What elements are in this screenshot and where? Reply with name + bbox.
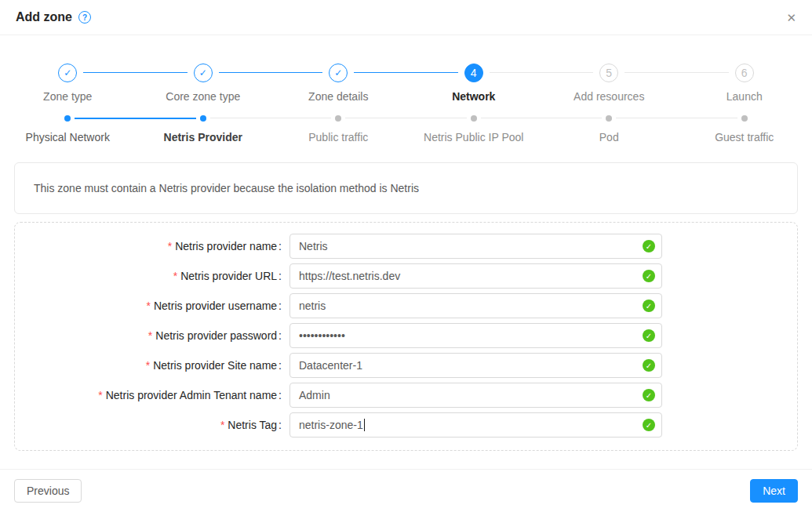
field-colon: : (279, 300, 282, 312)
field-colon: : (279, 389, 282, 401)
step-launch: 6Launch (677, 64, 812, 103)
substep-connector (406, 118, 467, 118)
info-box: This zone must contain a Netris provider… (14, 162, 798, 214)
input-netris-tag[interactable]: netris-zone-1✓ (289, 412, 662, 438)
step-label: Network (452, 90, 495, 103)
input-wrapper: Admin✓ (289, 383, 662, 408)
step-label: Core zone type (166, 90, 240, 103)
input-netris-provider-username[interactable]: netris✓ (289, 293, 662, 318)
valid-check-icon: ✓ (643, 359, 655, 372)
input-netris-provider-site-name[interactable]: Datacenter-1✓ (289, 353, 662, 378)
field-label-text: Netris provider username (154, 300, 277, 312)
previous-button[interactable]: Previous (14, 479, 82, 503)
field-label: *Netris provider URL: (15, 270, 282, 282)
field-label-text: Netris provider Site name (153, 359, 277, 372)
valid-check-icon: ✓ (643, 240, 655, 252)
help-icon[interactable]: ? (78, 11, 91, 24)
substep-label: Guest traffic (715, 131, 774, 143)
input-value: Admin (299, 389, 330, 401)
substep-label: Physical Network (26, 131, 110, 143)
next-button[interactable]: Next (750, 479, 798, 503)
field-label: *Netris provider name: (15, 240, 282, 252)
required-asterisk: * (146, 300, 150, 312)
form-row-netris-provider-password: *Netris provider password:••••••••••••✓ (15, 323, 797, 348)
substep-connector (481, 118, 541, 118)
required-asterisk: * (220, 419, 224, 431)
form-row-netris-tag: *Netris Tag:netris-zone-1✓ (15, 412, 797, 438)
input-value: netris (299, 300, 326, 312)
substep-dot (200, 115, 206, 122)
step-number: 5 (599, 64, 618, 82)
field-label: *Netris provider password: (15, 329, 282, 342)
step-connector (541, 72, 593, 73)
input-value: •••••••••••• (299, 329, 345, 342)
form-row-netris-provider-admin-tenant-name: *Netris provider Admin Tenant name:Admin… (15, 383, 797, 408)
valid-check-icon: ✓ (643, 419, 655, 431)
field-label: *Netris Tag: (15, 419, 282, 431)
substep-connector (210, 118, 271, 118)
step-number: 4 (464, 64, 483, 82)
step-connector (354, 72, 406, 73)
field-colon: : (279, 240, 282, 252)
step-network: 4Network (406, 64, 542, 103)
step-label: Add resources (573, 90, 644, 103)
close-icon[interactable]: ✕ (786, 12, 796, 24)
input-netris-provider-url[interactable]: https://test.netris.dev✓ (289, 263, 662, 289)
form-row-netris-provider-username: *Netris provider username:netris✓ (15, 293, 797, 318)
step-connector (624, 72, 676, 73)
substep-label: Netris Public IP Pool (424, 131, 523, 143)
field-colon: : (279, 329, 282, 342)
required-asterisk: * (173, 270, 177, 282)
dialog-footer: Previous Next (0, 469, 812, 512)
valid-check-icon: ✓ (643, 300, 655, 312)
step-connector (271, 72, 322, 73)
substep-connector (345, 118, 406, 118)
input-wrapper: Datacenter-1✓ (289, 353, 662, 378)
input-value: Netris (299, 240, 328, 252)
valid-check-icon: ✓ (643, 270, 655, 282)
required-asterisk: * (168, 240, 172, 252)
substep-label: Public traffic (308, 131, 368, 143)
form-row-netris-provider-url: *Netris provider URL:https://test.netris… (15, 263, 797, 289)
substep-netris-public-ip-pool: Netris Public IP Pool (406, 115, 542, 143)
wizard-steps: ✓Zone type✓Core zone type✓Zone details4N… (0, 35, 812, 103)
field-label-text: Netris provider Admin Tenant name (106, 389, 277, 401)
input-netris-provider-name[interactable]: Netris✓ (289, 234, 662, 259)
substep-pod: Pod (541, 115, 677, 143)
field-label-text: Netris provider name (175, 240, 277, 252)
required-asterisk: * (146, 359, 150, 372)
form-row-netris-provider-site-name: *Netris provider Site name:Datacenter-1✓ (15, 353, 797, 378)
substep-dot (64, 115, 71, 122)
field-label-text: Netris provider password (155, 329, 277, 342)
field-colon: : (279, 359, 282, 372)
required-asterisk: * (98, 389, 102, 401)
step-connector (83, 72, 135, 73)
input-netris-provider-password[interactable]: ••••••••••••✓ (289, 323, 662, 348)
step-connector (677, 72, 729, 73)
netris-provider-form: *Netris provider name:Netris✓*Netris pro… (14, 222, 798, 451)
input-wrapper: netris-zone-1✓ (289, 412, 662, 438)
input-netris-provider-admin-tenant-name[interactable]: Admin✓ (289, 383, 662, 408)
valid-check-icon: ✓ (643, 389, 655, 401)
substep-dot (741, 115, 748, 122)
substep-public-traffic: Public traffic (271, 115, 406, 143)
field-label: *Netris provider Admin Tenant name: (15, 389, 282, 401)
substep-netris-provider: Netris Provider (136, 115, 271, 143)
dialog-title: Add zone (16, 10, 72, 24)
input-wrapper: https://test.netris.dev✓ (289, 263, 662, 289)
substep-label: Netris Provider (164, 131, 242, 143)
field-colon: : (279, 270, 282, 282)
input-value: netris-zone-1 (299, 419, 363, 431)
step-connector (136, 72, 188, 73)
substep-connector (136, 118, 196, 119)
step-label: Zone details (308, 90, 368, 103)
substep-dot (471, 115, 477, 122)
input-wrapper: netris✓ (289, 293, 662, 318)
step-core-zone-type: ✓Core zone type (136, 64, 271, 103)
field-label: *Netris provider Site name: (15, 359, 282, 372)
step-number: 6 (735, 64, 754, 82)
substep-label: Pod (599, 131, 619, 143)
dialog-header: Add zone ? ✕ (0, 0, 812, 35)
substep-connector (271, 118, 331, 118)
substep-connector (677, 118, 737, 118)
